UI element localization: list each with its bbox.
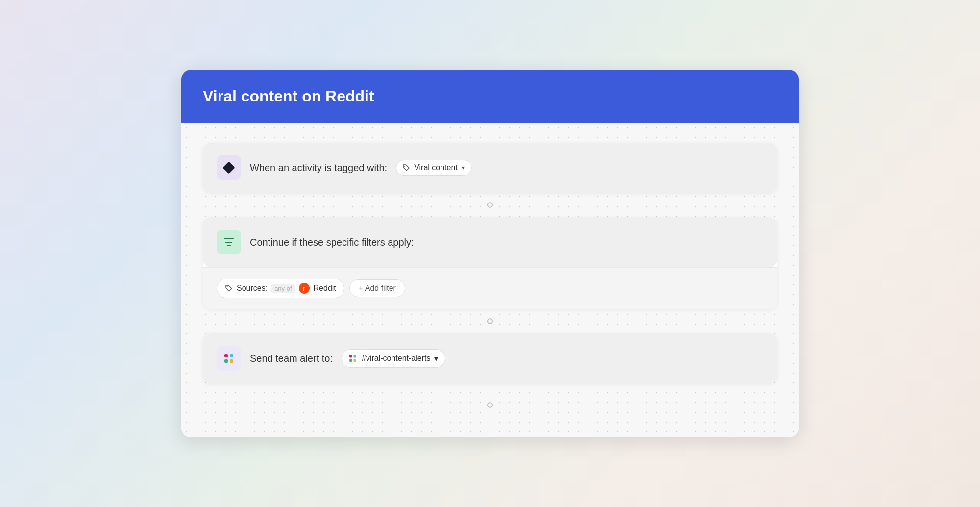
diamond-icon [222,161,236,175]
svg-rect-7 [349,355,352,357]
trigger-block: When an activity is tagged with: Viral c… [203,143,777,193]
slack-icon [222,352,235,365]
tag-value: Viral content [414,163,458,172]
svg-rect-9 [349,359,352,362]
filter-row: Sources: any of r Reddit + Add filter [217,279,763,298]
sources-icon [225,284,233,292]
trigger-icon-container [217,155,241,180]
connector-3 [487,383,493,408]
connector-line-1b [490,208,490,217]
svg-rect-3 [224,354,228,357]
svg-rect-0 [222,161,235,174]
svg-point-1 [404,166,405,167]
action-label: Send team alert to: [250,353,333,364]
filter-label: Continue if these specific filters apply… [250,237,414,248]
connector-line-1 [490,193,490,202]
page-title: Viral content on Reddit [203,87,777,105]
slack-channel-icon [348,354,358,363]
svg-point-2 [227,286,228,287]
chevron-down-icon: ▾ [462,164,465,171]
connector-dot-2 [487,318,493,324]
connector-1 [487,193,493,217]
filter-icon [222,236,235,249]
filter-block-header: Continue if these specific filters apply… [203,217,777,267]
svg-rect-6 [230,359,233,363]
filter-icon-container [217,230,241,254]
connector-dot-3 [487,402,493,408]
action-block-header: Send team alert to: #viral-content-alert… [203,333,777,383]
connector-2 [487,309,493,333]
add-filter-label: + Add filter [359,284,396,293]
channel-name: #viral-content-alerts [362,354,431,363]
tag-dropdown[interactable]: Viral content ▾ [396,160,472,176]
workflow-card: Viral content on Reddit When an activity… [181,70,799,437]
connector-dot-1 [487,202,493,208]
svg-rect-10 [354,359,356,362]
slack-chevron-icon: ▾ [434,354,438,363]
connector-line-2b [490,324,490,333]
connector-line-2 [490,309,490,318]
reddit-icon: r [299,283,310,294]
filter-block: Continue if these specific filters apply… [203,217,777,309]
slack-channel-dropdown[interactable]: #viral-content-alerts ▾ [342,349,446,368]
filter-body: Sources: any of r Reddit + Add filter [203,267,777,309]
svg-rect-8 [354,355,356,357]
svg-rect-5 [224,359,228,363]
trigger-block-header: When an activity is tagged with: Viral c… [203,143,777,193]
sources-label: Sources: [237,284,268,293]
sources-pill[interactable]: Sources: any of r Reddit [217,279,344,298]
card-body: When an activity is tagged with: Viral c… [181,123,799,437]
card-header: Viral content on Reddit [181,70,799,123]
action-block: Send team alert to: #viral-content-alert… [203,333,777,383]
slack-icon-container [217,346,241,371]
add-filter-button[interactable]: + Add filter [349,279,405,297]
connector-line-3 [490,383,490,402]
trigger-label: When an activity is tagged with: [250,162,387,174]
tag-icon [402,164,410,172]
source-name: Reddit [314,284,336,293]
svg-rect-4 [230,354,233,357]
any-of-label: any of [271,284,294,293]
